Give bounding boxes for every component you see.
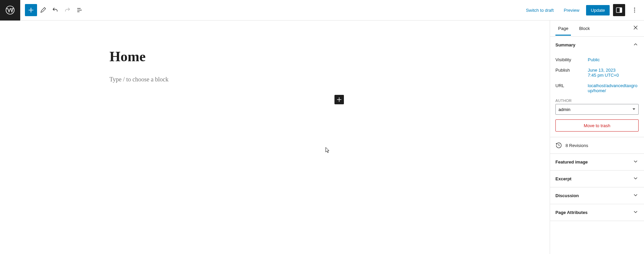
panel-title: Featured image [555, 159, 588, 165]
inline-add-block-button[interactable] [334, 95, 344, 104]
undo-icon [52, 7, 59, 13]
close-sidebar-button[interactable] [633, 25, 639, 32]
publish-row[interactable]: Publish June 13, 2023 7:45 pm UTC+0 [555, 65, 639, 80]
panel-discussion[interactable]: Discussion [550, 187, 644, 204]
url-value[interactable]: localhost/advancedtaxgroup/home/ [588, 83, 639, 93]
panel-page-attributes[interactable]: Page Attributes [550, 204, 644, 221]
document-overview-button[interactable] [73, 4, 86, 16]
chevron-down-icon [633, 158, 639, 166]
url-label: URL [555, 83, 588, 93]
update-button[interactable]: Update [586, 5, 610, 15]
svg-point-0 [6, 6, 14, 14]
more-vertical-icon [631, 7, 638, 13]
wordpress-logo[interactable] [0, 0, 20, 21]
chevron-down-icon [633, 192, 639, 199]
tools-button[interactable] [37, 4, 49, 16]
close-icon [633, 25, 639, 31]
publish-time: 7:45 pm UTC+0 [588, 73, 619, 78]
panel-summary-header[interactable]: Summary [550, 37, 644, 53]
panel-excerpt[interactable]: Excerpt [550, 171, 644, 187]
revisions-button[interactable]: 8 Revisions [550, 137, 644, 154]
page-title-input[interactable]: Home [109, 48, 345, 65]
svg-point-5 [634, 11, 635, 12]
panel-title: Summary [555, 42, 575, 47]
add-block-toggle-button[interactable] [25, 4, 37, 16]
switch-to-draft-button[interactable]: Switch to draft [522, 6, 557, 15]
settings-panel-toggle[interactable] [613, 4, 625, 16]
chevron-down-icon [633, 175, 639, 182]
panel-title: Page Attributes [555, 210, 588, 215]
visibility-value[interactable]: Public [588, 57, 639, 62]
publish-label: Publish [555, 68, 588, 78]
svg-rect-2 [620, 8, 622, 13]
tab-page[interactable]: Page [555, 21, 571, 36]
plus-icon [27, 6, 35, 14]
redo-button[interactable] [61, 4, 73, 16]
block-placeholder[interactable]: Type / to choose a block [109, 76, 345, 83]
preview-button[interactable]: Preview [560, 6, 583, 15]
history-icon [555, 142, 562, 149]
undo-button[interactable] [49, 4, 61, 16]
mouse-cursor [325, 147, 330, 154]
author-select[interactable]: admin [555, 104, 639, 115]
url-row[interactable]: URL localhost/advancedtaxgroup/home/ [555, 80, 639, 96]
plus-icon [335, 96, 343, 103]
pencil-icon [40, 7, 46, 13]
visibility-label: Visibility [555, 57, 588, 62]
list-view-icon [76, 7, 83, 13]
redo-icon [64, 7, 71, 13]
chevron-up-icon [633, 41, 639, 48]
publish-value[interactable]: June 13, 2023 7:45 pm UTC+0 [588, 68, 639, 78]
panel-title: Excerpt [555, 176, 572, 181]
publish-date: June 13, 2023 [588, 68, 615, 73]
panel-title: Discussion [555, 193, 579, 198]
editor-canvas[interactable]: Home Type / to choose a block [0, 21, 550, 254]
panel-featured-image[interactable]: Featured image [550, 154, 644, 170]
tab-block[interactable]: Block [576, 21, 592, 36]
settings-sidebar: Page Block Summary Visibility Public Pub… [550, 21, 644, 254]
author-label: AUTHOR [555, 99, 639, 103]
svg-point-4 [634, 10, 635, 11]
svg-point-3 [634, 8, 635, 9]
revisions-text: 8 Revisions [566, 143, 588, 148]
chevron-down-icon [633, 209, 639, 216]
top-toolbar: Switch to draft Preview Update [0, 0, 644, 21]
visibility-row[interactable]: Visibility Public [555, 55, 639, 65]
move-to-trash-button[interactable]: Move to trash [555, 119, 639, 132]
sidebar-icon [615, 6, 623, 14]
options-menu-button[interactable] [629, 4, 641, 16]
